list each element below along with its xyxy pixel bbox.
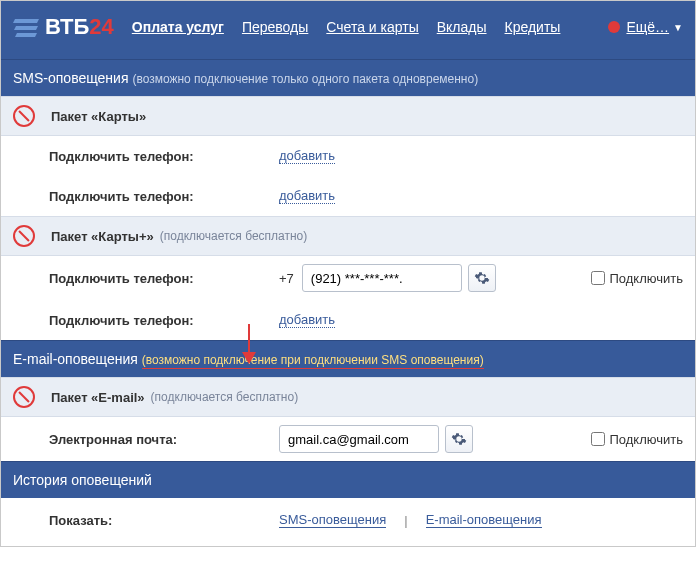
add-phone-link[interactable]: добавить [279, 148, 335, 164]
pkg-cards-phone2-row: Подключить телефон: добавить [1, 176, 695, 216]
forbidden-icon [13, 105, 35, 127]
pkg-cards-name: Пакет «Карты» [51, 109, 146, 124]
email-note: (возможно подключение при подключении SM… [142, 353, 484, 369]
email-input[interactable] [279, 425, 439, 453]
sms-note: (возможно подключение только одного паке… [132, 72, 478, 86]
history-body: Показать: SMS-оповещения | E-mail-оповещ… [1, 498, 695, 546]
pkg-cards-phone1-row: Подключить телефон: добавить [1, 136, 695, 176]
nav-accounts[interactable]: Счета и карты [326, 19, 418, 35]
forbidden-icon [13, 225, 35, 247]
pkg-cards-plus-phone2-row: Подключить телефон: добавить [1, 300, 695, 340]
nav-payments[interactable]: Оплата услуг [132, 19, 224, 35]
pkg-cards-row: Пакет «Карты» [1, 96, 695, 136]
phone-label: Подключить телефон: [49, 189, 279, 204]
history-show-label: Показать: [49, 513, 279, 528]
history-title: История оповещений [13, 472, 152, 488]
email-label: Электронная почта: [49, 432, 279, 447]
separator: | [404, 513, 407, 528]
email-title: E-mail-оповещения [13, 351, 138, 367]
pkg-email-row: Пакет «E-mail» (подключается бесплатно) [1, 377, 695, 417]
nav-more[interactable]: Ещё… [626, 19, 669, 35]
phone-settings-button[interactable] [468, 264, 496, 292]
connect-email-checkbox[interactable] [591, 432, 605, 446]
connect-label: Подключить [609, 432, 683, 447]
add-phone-link[interactable]: добавить [279, 188, 335, 204]
sms-section-header: SMS-оповещения (возможно подключение тол… [1, 59, 695, 96]
history-email-link[interactable]: E-mail-оповещения [426, 512, 542, 528]
connect-phone-control[interactable]: Подключить [591, 271, 683, 286]
logo: ВТБ24 [13, 14, 114, 40]
connect-phone-checkbox[interactable] [591, 271, 605, 285]
phone-label: Подключить телефон: [49, 313, 279, 328]
phone-prefix: +7 [279, 271, 294, 286]
phone-input[interactable] [302, 264, 462, 292]
chevron-down-icon: ▼ [673, 22, 683, 33]
gear-icon [451, 431, 467, 447]
logo-icon [13, 16, 41, 38]
pkg-cards-plus-note: (подключается бесплатно) [160, 229, 308, 243]
logo-suffix: 24 [89, 14, 113, 40]
nav-deposits[interactable]: Вклады [437, 19, 487, 35]
pkg-cards-plus-phone-row: Подключить телефон: +7 Подключить [1, 256, 695, 300]
gear-icon [474, 270, 490, 286]
email-section-header: E-mail-оповещения (возможно подключение … [1, 340, 695, 377]
connect-email-control[interactable]: Подключить [591, 432, 683, 447]
connect-label: Подключить [609, 271, 683, 286]
email-input-row: Электронная почта: Подключить [1, 417, 695, 461]
top-nav: ВТБ24 Оплата услуг Переводы Счета и карт… [1, 1, 695, 59]
forbidden-icon [13, 386, 35, 408]
pkg-email-name: Пакет «E-mail» [51, 390, 145, 405]
pkg-email-note: (подключается бесплатно) [151, 390, 299, 404]
notification-badge-icon[interactable] [608, 21, 620, 33]
sms-title: SMS-оповещения [13, 70, 129, 86]
history-section-header: История оповещений [1, 461, 695, 498]
pkg-cards-plus-name: Пакет «Карты+» [51, 229, 154, 244]
nav-transfers[interactable]: Переводы [242, 19, 308, 35]
phone-label: Подключить телефон: [49, 149, 279, 164]
logo-text: ВТБ [45, 14, 89, 40]
nav-credits[interactable]: Кредиты [505, 19, 561, 35]
history-sms-link[interactable]: SMS-оповещения [279, 512, 386, 528]
email-settings-button[interactable] [445, 425, 473, 453]
phone-label: Подключить телефон: [49, 271, 279, 286]
pkg-cards-plus-row: Пакет «Карты+» (подключается бесплатно) [1, 216, 695, 256]
add-phone-link[interactable]: добавить [279, 312, 335, 328]
